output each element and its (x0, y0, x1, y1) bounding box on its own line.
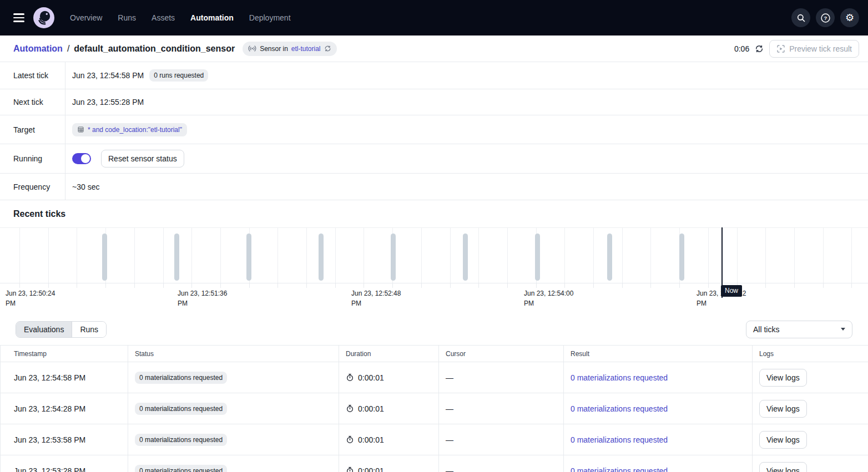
axis-tick (77, 283, 77, 288)
help-button[interactable]: ? (816, 8, 835, 27)
target-row: Target * and code_location:"etl-tutorial… (0, 115, 868, 144)
tick-result-link[interactable]: 0 materializations requested (571, 435, 668, 444)
refresh-button[interactable] (755, 44, 764, 53)
timeline-gridline (593, 228, 594, 283)
axis-tick (220, 283, 221, 288)
tick-timestamp: Jun 23, 12:54:28 PM (14, 404, 85, 413)
tick-bar[interactable] (391, 234, 396, 281)
page-title: default_automation_condition_sensor (74, 44, 235, 54)
table-row: Jun 23, 12:54:58 PM 0 materializations r… (1, 362, 868, 393)
axis-tick (478, 283, 479, 288)
axis-tick (823, 283, 824, 288)
tick-duration: 0:00:01 (358, 373, 384, 382)
timeline-gridline (48, 228, 49, 283)
timeline-gridline (19, 228, 20, 283)
hamburger-menu-icon[interactable] (9, 8, 29, 28)
sensor-badge-prefix: Sensor in (260, 45, 288, 53)
timeline-gridline (306, 228, 307, 283)
col-cursor: Cursor (439, 346, 564, 362)
view-logs-button[interactable]: View logs (759, 369, 807, 387)
timeline-gridline (478, 228, 479, 283)
col-status: Status (128, 346, 339, 362)
tick-status-badge: 0 materializations requested (135, 403, 227, 415)
next-tick-value: Jun 23, 12:55:28 PM (72, 98, 144, 106)
nav-item-automation[interactable]: Automation (190, 13, 234, 22)
nav-item-overview[interactable]: Overview (70, 13, 102, 22)
sensor-location-badge: Sensor in etl-tutorial (243, 42, 336, 56)
axis-tick (134, 283, 135, 288)
tick-result-link[interactable]: 0 materializations requested (571, 404, 668, 413)
tick-result-link[interactable]: 0 materializations requested (571, 466, 668, 472)
target-selection-link[interactable]: * and code_location:"etl-tutorial" (88, 126, 182, 134)
frequency-value: ~30 sec (72, 182, 99, 191)
dagster-logo[interactable] (33, 7, 54, 28)
timeline-gridline (650, 228, 651, 283)
target-selection-badge: * and code_location:"etl-tutorial" (72, 123, 187, 136)
settings-button[interactable]: ⚙ (840, 8, 859, 27)
stopwatch-icon (346, 373, 354, 382)
top-nav: Overview Runs Assets Automation Deployme… (0, 0, 868, 35)
axis-label: Jun 23, 12:52:48 PM (351, 288, 401, 308)
breadcrumb-automation-link[interactable]: Automation (13, 44, 63, 54)
reset-sensor-status-button[interactable]: Reset sensor status (101, 150, 184, 168)
svg-text:?: ? (824, 15, 827, 21)
tick-result-link[interactable]: 0 materializations requested (571, 373, 668, 382)
timeline-gridline (77, 228, 77, 283)
breadcrumb-separator: / (67, 44, 69, 54)
help-icon: ? (820, 13, 831, 23)
chevron-down-icon (841, 328, 845, 331)
timeline-gridline (364, 228, 364, 283)
tick-bar[interactable] (463, 234, 468, 281)
reload-location-icon[interactable] (324, 45, 331, 52)
running-row: Running Reset sensor status (0, 144, 868, 174)
axis-tick (450, 283, 451, 288)
tick-bar[interactable] (319, 234, 324, 281)
toggle-knob (81, 154, 90, 163)
sensor-details: Latest tick Jun 23, 12:54:58 PM 0 runs r… (0, 62, 868, 200)
tab-runs[interactable]: Runs (72, 322, 106, 337)
nav-item-runs[interactable]: Runs (118, 13, 136, 22)
nav-item-assets[interactable]: Assets (152, 13, 175, 22)
timeline-chart[interactable] (0, 227, 868, 283)
tick-bar[interactable] (246, 234, 251, 281)
timeline-gridline (421, 228, 422, 283)
preview-tick-result-button[interactable]: Preview tick result (769, 40, 859, 58)
axis-label: Jun 23, 12:54:00 PM (524, 288, 573, 308)
tab-evaluations[interactable]: Evaluations (16, 322, 72, 337)
tick-status-badge: 0 materializations requested (135, 465, 227, 472)
sensor-icon (248, 44, 256, 53)
view-logs-button[interactable]: View logs (759, 462, 807, 472)
axis-tick (650, 283, 651, 288)
nav-item-deployment[interactable]: Deployment (249, 13, 291, 22)
latest-tick-value: Jun 23, 12:54:58 PM (72, 71, 144, 80)
tick-bar[interactable] (174, 234, 179, 281)
running-toggle[interactable] (72, 153, 91, 164)
search-button[interactable] (791, 8, 810, 27)
axis-tick (593, 283, 594, 288)
col-logs: Logs (753, 346, 868, 362)
tick-cursor: — (446, 373, 453, 382)
tick-bar[interactable] (607, 234, 612, 281)
tick-timestamp: Jun 23, 12:53:58 PM (14, 435, 85, 444)
axis-tick (19, 283, 20, 288)
running-label: Running (0, 144, 65, 173)
axis-tick (48, 283, 49, 288)
tick-duration: 0:00:01 (358, 404, 384, 413)
code-location-link[interactable]: etl-tutorial (291, 45, 321, 53)
tick-bar[interactable] (535, 234, 540, 281)
view-logs-button[interactable]: View logs (759, 400, 807, 418)
table-row: Jun 23, 12:53:58 PM 0 materializations r… (1, 424, 868, 455)
timeline-gridline (220, 228, 221, 283)
tick-timestamp: Jun 23, 12:54:58 PM (14, 373, 85, 382)
axis-tick (191, 283, 192, 288)
recent-ticks-timeline: Jun 23, 12:50:24 PMJun 23, 12:51:36 PMJu… (0, 227, 868, 313)
tick-status-filter-value: All ticks (753, 325, 779, 334)
axis-tick (306, 283, 307, 288)
tick-bar[interactable] (102, 234, 107, 281)
axis-tick (507, 283, 508, 288)
view-logs-button[interactable]: View logs (759, 431, 807, 449)
frequency-row: Frequency ~30 sec (0, 174, 868, 200)
tick-status-filter[interactable]: All ticks (746, 321, 852, 338)
axis-tick (765, 283, 766, 288)
tick-bar[interactable] (679, 234, 684, 281)
